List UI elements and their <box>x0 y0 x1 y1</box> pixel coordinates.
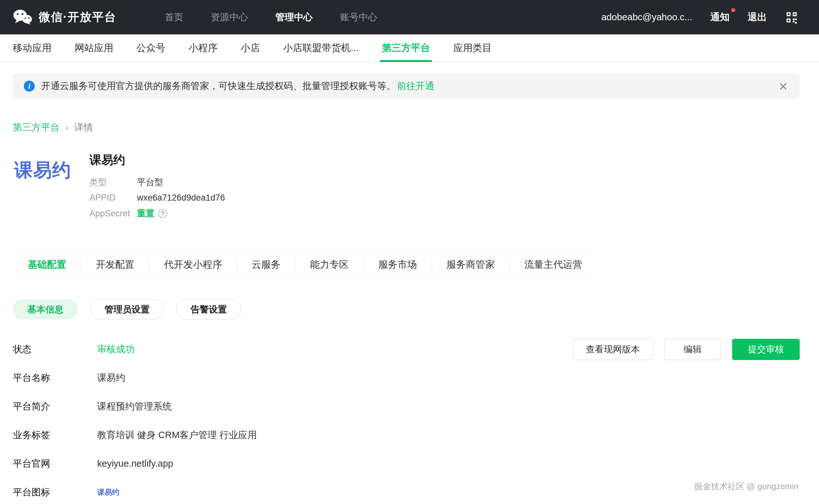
subnav-mini-program[interactable]: 小程序 <box>188 34 218 62</box>
wechat-logo-icon <box>13 9 32 26</box>
qr-code-icon[interactable] <box>785 11 798 24</box>
status-actions: 查看现网版本 编辑 提交审核 <box>572 339 800 360</box>
platform-icon-thumbnail: 课易约 <box>97 487 119 497</box>
business-tags-value: 教育培训 健身 CRM客户管理 行业应用 <box>97 429 257 442</box>
logout-link[interactable]: 退出 <box>748 11 767 24</box>
row-platform-name: 平台名称 课易约 <box>13 364 800 392</box>
app-logo: 课易约 <box>14 158 74 224</box>
breadcrumb-third-party-platform[interactable]: 第三方平台 <box>13 121 59 134</box>
watermark: 掘金技术社区 @ gongzemin <box>694 481 798 492</box>
banner-text: 开通云服务可使用官方提供的服务商管家，可快速生成授权码、批量管理授权账号等。 <box>41 80 396 93</box>
platform-name-label: 平台名称 <box>13 372 97 384</box>
account-email[interactable]: adobeabc@yahoo.c... <box>601 12 692 23</box>
top-nav-management-center[interactable]: 管理中心 <box>275 11 313 24</box>
top-nav: 首页 资源中心 管理中心 账号中心 <box>165 11 377 24</box>
pill-admin-settings[interactable]: 管理员设置 <box>90 299 164 319</box>
platform-intro-label: 平台简介 <box>13 400 97 413</box>
tab-dev-config[interactable]: 开发配置 <box>81 253 149 276</box>
subnav-shop-alliance[interactable]: 小店联盟带货机... <box>283 34 359 62</box>
platform-site-label: 平台官网 <box>13 457 97 470</box>
section-pill-tabs: 基本信息 管理员设置 告警设置 <box>13 299 819 319</box>
app-header-card: 课易约 课易约 类型 平台型 APPID wxe6a7126d9dea1d76 … <box>14 152 819 224</box>
top-nav-resource-center[interactable]: 资源中心 <box>211 11 248 24</box>
config-tab-bar: 基础配置 开发配置 代开发小程序 云服务 能力专区 服务市场 服务商管家 流量主… <box>13 252 597 277</box>
breadcrumb-detail: 详情 <box>74 121 93 134</box>
type-value: 平台型 <box>137 176 163 188</box>
platform-icon-label: 平台图标 <box>13 486 97 499</box>
row-platform-intro: 平台简介 课程预约管理系统 <box>13 392 800 421</box>
subnav-shop[interactable]: 小店 <box>241 34 260 62</box>
pill-alert-settings[interactable]: 告警设置 <box>176 299 241 319</box>
row-status: 状态 审核成功 查看现网版本 编辑 提交审核 <box>13 335 800 364</box>
notifications-link[interactable]: 通知 <box>710 11 730 24</box>
subnav-website-app[interactable]: 网站应用 <box>75 34 113 62</box>
top-nav-account-center[interactable]: 账号中心 <box>340 11 377 24</box>
status-badge: 审核成功 <box>97 343 134 356</box>
app-title: 课易约 <box>89 152 225 168</box>
tab-cloud-service[interactable]: 云服务 <box>237 253 295 276</box>
subnav-app-category[interactable]: 应用类目 <box>453 34 492 62</box>
tab-proxy-dev-miniprogram[interactable]: 代开发小程序 <box>149 253 237 276</box>
platform-name-value: 课易约 <box>97 372 125 384</box>
edit-button[interactable]: 编辑 <box>665 339 721 360</box>
submit-review-button[interactable]: 提交审核 <box>732 339 800 360</box>
row-platform-site: 平台官网 keyiyue.netlify.app <box>13 449 800 478</box>
chevron-right-icon: › <box>65 122 68 133</box>
platform-site-value: keyiyue.netlify.app <box>97 458 173 469</box>
top-nav-home[interactable]: 首页 <box>165 11 183 24</box>
notifications-label: 通知 <box>710 12 730 22</box>
help-icon[interactable]: ? <box>158 209 167 218</box>
tab-basic-config[interactable]: 基础配置 <box>13 253 81 276</box>
field-row-appsecret: AppSecret 重置 ? <box>89 208 225 219</box>
type-label: 类型 <box>89 176 137 188</box>
basic-info-detail: 状态 审核成功 查看现网版本 编辑 提交审核 平台名称 课易约 平台简介 课程预… <box>13 335 800 504</box>
top-right-group: adobeabc@yahoo.c... 通知 退出 <box>601 11 798 24</box>
pill-basic-info[interactable]: 基本信息 <box>13 299 78 319</box>
notification-dot <box>731 8 735 12</box>
subnav-official-account[interactable]: 公众号 <box>136 34 165 62</box>
cloud-service-banner: i 开通云服务可使用官方提供的服务商管家，可快速生成授权码、批量管理授权账号等。… <box>13 74 800 99</box>
appid-label: APPID <box>89 193 137 203</box>
subnav-third-party-platform[interactable]: 第三方平台 <box>382 34 430 62</box>
tab-traffic-agent-operation[interactable]: 流量主代运营 <box>509 253 597 276</box>
row-business-tags: 业务标签 教育培训 健身 CRM客户管理 行业应用 <box>13 421 800 449</box>
business-tags-label: 业务标签 <box>13 429 97 442</box>
appid-value: wxe6a7126d9dea1d76 <box>137 193 225 203</box>
info-icon: i <box>24 81 35 92</box>
view-live-version-button[interactable]: 查看现网版本 <box>572 339 653 360</box>
app-info: 课易约 类型 平台型 APPID wxe6a7126d9dea1d76 AppS… <box>89 152 225 224</box>
row-platform-icon: 平台图标 课易约 <box>13 478 800 504</box>
status-label: 状态 <box>13 343 97 356</box>
field-row-appid: APPID wxe6a7126d9dea1d76 <box>89 193 225 203</box>
tab-capability-zone[interactable]: 能力专区 <box>295 253 364 276</box>
brand-title: 微信·开放平台 <box>39 9 116 25</box>
brand[interactable]: 微信·开放平台 <box>13 9 116 26</box>
appsecret-label: AppSecret <box>89 209 137 219</box>
banner-open-link[interactable]: 前往开通 <box>397 80 434 93</box>
tab-service-provider-manager[interactable]: 服务商管家 <box>432 253 509 276</box>
close-icon[interactable]: × <box>778 79 789 94</box>
field-row-type: 类型 平台型 <box>89 176 225 188</box>
subnav-mobile-app[interactable]: 移动应用 <box>13 34 51 62</box>
app-type-subnav: 移动应用 网站应用 公众号 小程序 小店 小店联盟带货机... 第三方平台 应用… <box>0 34 819 62</box>
top-header: 微信·开放平台 首页 资源中心 管理中心 账号中心 adobeabc@yahoo… <box>0 0 819 34</box>
appsecret-reset-link[interactable]: 重置 <box>137 208 154 219</box>
tab-service-market[interactable]: 服务市场 <box>364 253 432 276</box>
platform-intro-value: 课程预约管理系统 <box>97 400 172 413</box>
breadcrumb: 第三方平台 › 详情 <box>13 121 819 134</box>
